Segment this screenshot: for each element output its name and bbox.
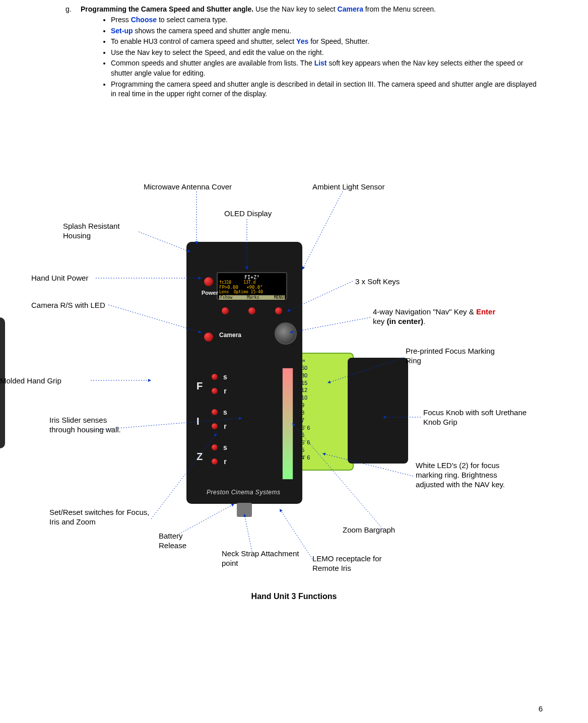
callout-lemo: LEMO receptacle for Remote Iris	[312, 554, 398, 573]
svg-line-16	[244, 514, 252, 552]
callout-setreset: Set/Reset switches for Focus, Iris and Z…	[49, 508, 150, 527]
callout-power: Hand Unit Power	[31, 274, 88, 283]
callout-prering: Pre-printed Focus Marking Ring	[406, 347, 496, 366]
power-button	[204, 277, 213, 286]
callout-knob: Focus Knob with soft Urethane Knob Grip	[423, 408, 534, 427]
callout-led2: White LED's (2) for focus marking ring. …	[416, 461, 521, 489]
kw-camera: Camera	[338, 5, 363, 13]
svg-line-2	[302, 191, 343, 270]
hand-unit-body: FI+Z³ fc310 13T.d FP>0.00 ×90.0° Lens Op…	[186, 242, 302, 504]
list-item: Set-up shows the camera speed and shutte…	[111, 26, 538, 36]
power-label: Power	[202, 290, 218, 296]
soft-key-1	[222, 307, 229, 314]
bottom-connector	[237, 503, 252, 517]
callout-splash: Splash Resistant Housing	[63, 222, 139, 241]
callout-nav: 4-way Navigation "Nav" Key & Enter key (…	[373, 307, 509, 326]
section-g: g. Programming the Camera Speed and Shut…	[66, 5, 538, 100]
bullet-list: Press Choose to select camera type. Set-…	[96, 15, 538, 99]
callout-grip: Molded Hand Grip	[0, 376, 61, 386]
list-item: Use the Nav key to select the Speed, and…	[111, 48, 538, 58]
callout-oled: OLED Display	[224, 209, 272, 219]
set-reset-iris: s	[212, 408, 229, 416]
section-lead-1: Use the Nav key to select	[253, 5, 338, 13]
callout-als: Ambient Light Sensor	[312, 182, 384, 192]
list-item: Common speeds and shutter angles are ava…	[111, 58, 538, 78]
page-number: 6	[539, 704, 543, 713]
figure-caption: Hand Unit 3 Functions	[0, 592, 588, 601]
fiz-label-i: I	[197, 416, 200, 427]
focus-knob	[348, 358, 408, 464]
fiz-label-z: Z	[197, 451, 203, 463]
callout-iris: Iris Slider senses through housing wall.	[49, 416, 130, 435]
list-item: Programming the camera speed and shutter…	[111, 80, 538, 99]
callout-softkeys: 3 x Soft Keys	[355, 277, 400, 287]
callout-batt: Battery Release	[159, 532, 204, 551]
callout-microwave: Microwave Antenna Cover	[144, 182, 232, 192]
soft-keys	[222, 307, 282, 314]
svg-line-15	[179, 504, 234, 534]
section-heading: Programming the Camera Speed and Shutter…	[81, 5, 253, 13]
callout-zoombar: Zoom Bargraph	[343, 525, 395, 535]
focus-scale: ∞ 60 30 15 12 10 9 8 7 6' 6 6 5' 6 5 4' …	[301, 357, 310, 462]
set-reset-focus: s	[212, 373, 229, 381]
camera-rs-button	[204, 333, 213, 342]
soft-key-3	[275, 307, 282, 314]
brand-label: Preston Cinema Systems	[207, 489, 280, 496]
zoom-bargraph	[282, 368, 293, 480]
annotated-diagram: ∞ 60 30 15 12 10 9 8 7 6' 6 6 5' 6 5 4' …	[0, 181, 588, 635]
list-item: To enable HU3 control of camera speed an…	[111, 37, 538, 47]
fiz-label-f: F	[197, 380, 203, 392]
svg-line-3	[139, 232, 190, 252]
set-reset-zoom: s	[212, 443, 229, 451]
camera-label: Camera	[219, 332, 241, 339]
callout-neck: Neck Strap Attachment point	[222, 549, 312, 568]
callout-camled: Camera R/S with LED	[31, 301, 105, 310]
section-lead-2: from the Menu screen.	[363, 5, 436, 13]
nav-key	[275, 322, 297, 345]
list-item: Press Choose to select camera type.	[111, 15, 538, 25]
list-letter: g.	[66, 5, 81, 100]
oled-display: FI+Z³ fc310 13T.d FP>0.00 ×90.0° Lens Op…	[217, 272, 287, 300]
focus-marking-ring: ∞ 60 30 15 12 10 9 8 7 6' 6 6 5' 6 5 4' …	[296, 353, 354, 471]
soft-key-2	[248, 307, 255, 314]
